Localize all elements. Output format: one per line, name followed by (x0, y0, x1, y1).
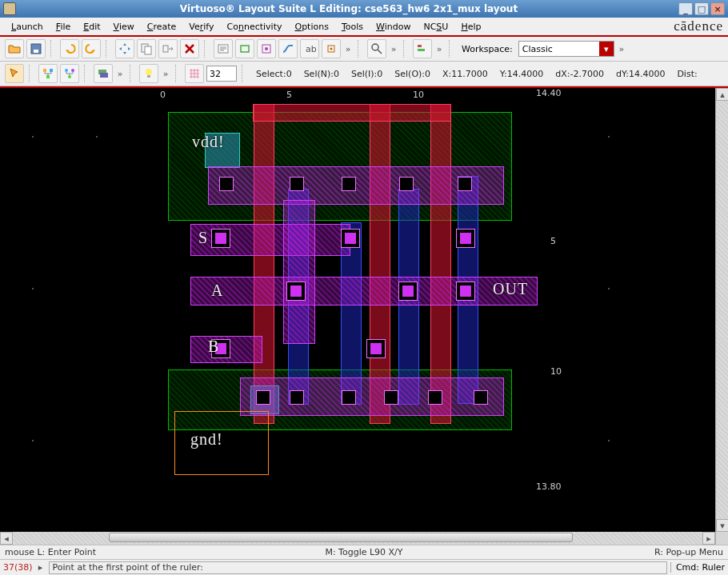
svg-point-23 (146, 69, 152, 75)
horizontal-scrollbar[interactable]: ◂ ▸ (0, 532, 715, 545)
menu-tools[interactable]: Tools (335, 19, 370, 34)
path-button[interactable] (278, 39, 298, 58)
history-count: 37(38) (3, 562, 33, 573)
vertical-scrollbar[interactable]: ▴ ▾ (715, 88, 728, 532)
zoom-button[interactable] (367, 39, 386, 58)
prompt-bar: 37(38) ▸ Point at the first point of the… (0, 559, 728, 575)
mouse-right-hint: R: Pop-up Menu (484, 547, 723, 557)
pin-gnd-label: gnd! (190, 430, 223, 449)
ruler-right-5: 5 (550, 236, 556, 246)
prompt-text[interactable]: Point at the first point of the ruler: (49, 561, 667, 574)
svg-rect-14 (418, 49, 425, 51)
poly-col-2 (370, 104, 390, 424)
pin-button[interactable] (322, 39, 341, 58)
app-icon (3, 2, 16, 15)
bulb-button[interactable] (139, 64, 158, 83)
pin-s-label: S (198, 229, 208, 247)
menu-edit[interactable]: Edit (77, 19, 106, 34)
inst-button[interactable] (257, 39, 276, 58)
menu-create[interactable]: Create (141, 19, 183, 34)
hier-button[interactable] (38, 64, 58, 83)
contact (342, 390, 356, 405)
workspace-label: Workspace: (458, 44, 516, 54)
poly-col-1 (254, 104, 274, 424)
undo-button[interactable] (60, 39, 79, 58)
contact (384, 390, 398, 405)
toolbar1-overflow[interactable]: » (343, 39, 353, 58)
select-mode-button[interactable] (5, 64, 24, 83)
close-button[interactable]: × (710, 2, 725, 15)
poly-col-3 (430, 104, 451, 424)
menu-launch[interactable]: Launch (5, 19, 50, 34)
workspace-overflow[interactable]: » (617, 39, 626, 58)
prompt-history-button[interactable]: ▸ (36, 558, 46, 576)
delete-button[interactable] (180, 39, 199, 58)
maximize-button[interactable]: □ (694, 2, 709, 15)
menu-window[interactable]: Window (370, 19, 417, 34)
bulb-overflow[interactable]: » (161, 64, 170, 83)
svg-rect-24 (147, 75, 150, 78)
minimize-button[interactable]: _ (678, 2, 693, 15)
move-button[interactable] (115, 39, 134, 58)
layer-tool-button[interactable] (94, 64, 113, 83)
open-button[interactable] (5, 39, 24, 58)
stretch-button[interactable] (158, 39, 178, 58)
svg-rect-15 (43, 69, 46, 72)
scroll-right-icon[interactable]: ▸ (702, 532, 715, 545)
pin-a-label: A (211, 282, 223, 300)
scroll-thumb[interactable] (109, 533, 573, 542)
cmd-status: Cmd: Ruler (670, 562, 725, 573)
svg-point-19 (71, 69, 74, 72)
pin-out-label: OUT (493, 280, 528, 298)
svg-rect-3 (145, 46, 151, 54)
menu-file[interactable]: File (50, 19, 77, 34)
svg-rect-16 (50, 69, 53, 72)
sel-n: Sel(N):0 (299, 69, 344, 79)
menu-verify[interactable]: Verify (182, 19, 220, 34)
workspace-select[interactable]: Classic ▾ (518, 41, 614, 57)
menu-options[interactable]: Options (288, 19, 334, 34)
label-button[interactable]: ab (300, 39, 319, 58)
via (286, 282, 306, 301)
redo-button[interactable] (82, 39, 101, 58)
grid-value-input[interactable]: 32 (206, 66, 237, 82)
align-button[interactable] (413, 39, 432, 58)
m2-gnd-bar (240, 377, 504, 416)
coord-dy: dY:14.4000 (611, 69, 670, 79)
scroll-down-icon[interactable]: ▾ (716, 519, 728, 532)
svg-rect-4 (163, 46, 168, 52)
rect-button[interactable] (235, 39, 254, 58)
svg-rect-22 (100, 73, 108, 78)
menu-connectivity[interactable]: Connectivity (221, 19, 289, 34)
svg-point-11 (330, 48, 333, 50)
zoom-overflow[interactable]: » (389, 39, 398, 58)
ruler-right-10: 10 (550, 366, 562, 377)
contact (458, 177, 472, 191)
ruler-top-10: 10 (413, 90, 424, 100)
m2-vert1 (283, 200, 315, 344)
hier2-button[interactable] (60, 64, 79, 83)
via (211, 229, 230, 248)
layer-overflow[interactable]: » (115, 64, 125, 83)
menubar: Launch File Edit View Create Verify Conn… (0, 18, 728, 37)
scroll-up-icon[interactable]: ▴ (716, 88, 728, 101)
svg-point-12 (372, 44, 378, 50)
contact (399, 177, 414, 191)
save-button[interactable] (26, 39, 46, 58)
window-titlebar: Virtuoso® Layout Suite L Editing: cse563… (0, 0, 728, 18)
align-overflow[interactable]: » (434, 39, 444, 58)
menu-help[interactable]: Help (454, 19, 487, 34)
copy-button[interactable] (137, 39, 156, 58)
contact (219, 177, 234, 191)
workspace-value: Classic (522, 44, 553, 54)
canvas-area: 0 5 10 14.40 5 10 13.80 (0, 88, 728, 532)
layout-canvas[interactable]: 0 5 10 14.40 5 10 13.80 (0, 88, 715, 532)
mouse-mid-hint: M: Toggle L90 X/Y (244, 547, 483, 557)
svg-point-20 (68, 75, 71, 78)
grid-button[interactable] (185, 64, 204, 83)
m2-a-bar (190, 277, 538, 305)
menu-view[interactable]: View (107, 19, 141, 34)
properties-button[interactable] (214, 39, 233, 58)
menu-ncsu[interactable]: NCSU (417, 19, 454, 34)
scroll-left-icon[interactable]: ◂ (0, 532, 13, 545)
